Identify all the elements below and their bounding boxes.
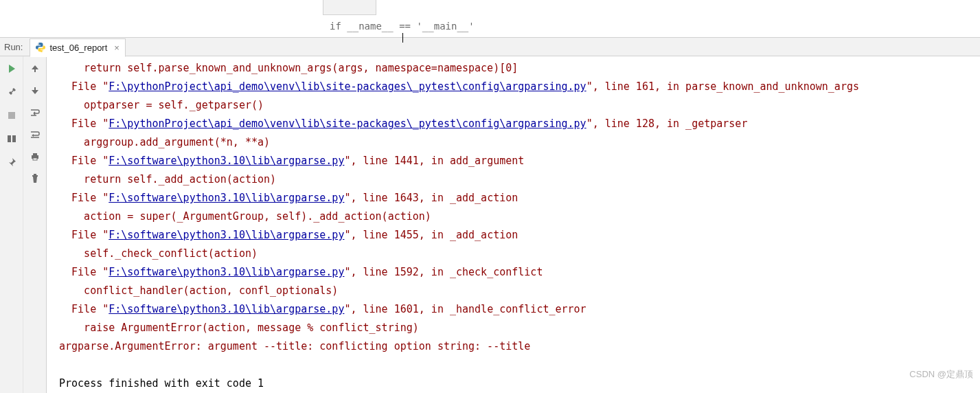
svg-rect-7 (33, 158, 37, 160)
editor-caret (402, 33, 403, 43)
watermark: CSDN @定鼎顶 (909, 368, 973, 381)
run-gutter-secondary (23, 56, 47, 393)
editor-tab-placeholder (323, 0, 376, 15)
traceback-file-link[interactable]: F:\pythonProject\api_demo\venv\lib\site-… (109, 80, 586, 93)
print-button[interactable] (28, 150, 42, 164)
stop-button[interactable] (5, 109, 19, 122)
svg-rect-2 (12, 135, 16, 142)
scroll-up-button[interactable] (28, 62, 42, 76)
scroll-down-button[interactable] (28, 84, 42, 98)
scroll-to-end-button[interactable] (28, 128, 42, 142)
settings-button[interactable] (5, 85, 19, 99)
svg-rect-3 (34, 69, 36, 72)
traceback-file-link[interactable]: F:\software\python3.10\lib\argparse.py (109, 229, 344, 241)
console-output[interactable]: return self.parse_known_and_unknown_args… (47, 56, 980, 393)
svg-rect-1 (8, 135, 11, 142)
traceback-file-link[interactable]: F:\software\python3.10\lib\argparse.py (109, 155, 344, 167)
svg-rect-6 (33, 153, 37, 155)
run-tab[interactable]: test_06_report × (30, 38, 125, 57)
run-label: Run: (4, 42, 23, 52)
run-body: return self.parse_known_and_unknown_args… (0, 56, 980, 393)
delete-button[interactable] (28, 172, 42, 186)
soft-wrap-button[interactable] (28, 106, 42, 120)
layout-button[interactable] (5, 132, 19, 146)
pin-button[interactable] (5, 155, 19, 169)
traceback-file-link[interactable]: F:\software\python3.10\lib\argparse.py (109, 303, 344, 315)
python-file-icon (36, 43, 45, 52)
traceback-file-link[interactable]: F:\pythonProject\api_demo\venv\lib\site-… (109, 117, 586, 130)
svg-rect-4 (34, 87, 36, 91)
traceback-file-link[interactable]: F:\software\python3.10\lib\argparse.py (109, 266, 344, 278)
editor-top-area: if __name__ == '__main__' (0, 0, 980, 38)
traceback-file-link[interactable]: F:\software\python3.10\lib\argparse.py (109, 192, 344, 204)
run-gutter-primary (0, 56, 23, 393)
rerun-button[interactable] (5, 62, 19, 76)
svg-rect-0 (8, 112, 15, 119)
close-icon[interactable]: × (114, 43, 119, 53)
breadcrumb: if __name__ == '__main__' (330, 21, 475, 32)
run-tab-label: test_06_report (49, 43, 107, 53)
run-tool-header: Run: test_06_report × (0, 38, 980, 56)
